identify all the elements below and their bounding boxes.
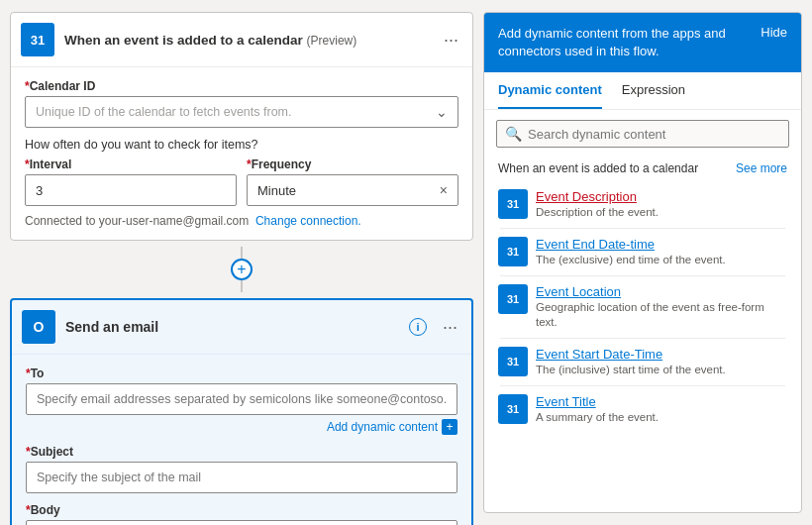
main-container: 31 When an event is added to a calendar … — [0, 0, 812, 525]
action-menu-button[interactable]: ··· — [443, 317, 457, 338]
calendar-id-label: *Calendar ID — [25, 79, 458, 93]
item-desc-3: The (inclusive) start time of the event. — [536, 363, 787, 377]
preview-label: (Preview) — [307, 34, 357, 48]
trigger-title: When an event is added to a calendar (Pr… — [64, 33, 428, 48]
item-desc-1: The (exclusive) end time of the event. — [536, 253, 787, 267]
trigger-connected-text: Connected to your-user-name@gmail.com Ch… — [25, 214, 458, 228]
item-name-2[interactable]: Event Location — [536, 284, 787, 299]
action-card: O Send an email i ··· *To Add dynamic co… — [10, 298, 473, 525]
interval-col: *Interval 3 — [25, 158, 237, 206]
action-body: *To Add dynamic content + *Subject *Body — [12, 355, 471, 525]
calendar-id-placeholder: Unique ID of the calendar to fetch event… — [36, 105, 291, 119]
dynamic-items-list: 31 Event Description Description of the … — [484, 181, 801, 512]
hide-button[interactable]: Hide — [761, 25, 787, 40]
frequency-question: How often do you want to check for items… — [25, 138, 458, 152]
item-text-0: Event Description Description of the eve… — [536, 189, 787, 220]
right-panel: Add dynamic content from the apps and co… — [483, 12, 802, 513]
right-header-text: Add dynamic content from the apps and co… — [498, 25, 751, 60]
item-calendar-icon-0: 31 — [498, 189, 528, 219]
connector-area: + — [10, 247, 473, 292]
add-dynamic-row: Add dynamic content + — [26, 419, 457, 435]
item-text-2: Event Location Geographic location of th… — [536, 284, 787, 330]
trigger-header: 31 When an event is added to a calendar … — [11, 13, 472, 67]
subject-label: *Subject — [26, 445, 457, 459]
trigger-card: 31 When an event is added to a calendar … — [10, 12, 473, 241]
frequency-col: *Frequency Minute × — [247, 158, 458, 206]
item-desc-2: Geographic location of the event as free… — [536, 300, 787, 330]
search-input[interactable] — [528, 127, 780, 142]
body-label: *Body — [26, 503, 457, 517]
left-panel: 31 When an event is added to a calendar … — [10, 12, 473, 513]
add-dynamic-button[interactable]: Add dynamic content + — [327, 419, 457, 435]
connector-line-top — [241, 247, 243, 259]
section-header: When an event is added to a calendar See… — [484, 158, 801, 181]
item-calendar-icon-3: 31 — [498, 347, 528, 376]
add-dynamic-icon: + — [442, 419, 457, 435]
item-text-4: Event Title A summary of the event. — [536, 394, 787, 425]
add-step-button[interactable]: + — [231, 259, 253, 280]
trigger-menu-button[interactable]: ··· — [444, 30, 458, 51]
right-panel-header: Add dynamic content from the apps and co… — [484, 13, 801, 72]
action-header: O Send an email i ··· — [12, 300, 471, 355]
item-name-3[interactable]: Event Start Date-Time — [536, 347, 787, 362]
list-item[interactable]: 31 Event Title A summary of the event. — [492, 386, 793, 433]
item-calendar-icon-1: 31 — [498, 237, 528, 266]
interval-input[interactable]: 3 — [25, 174, 237, 206]
tab-expression[interactable]: Expression — [622, 72, 685, 109]
calendar-id-input[interactable]: Unique ID of the calendar to fetch event… — [25, 96, 458, 128]
frequency-clear-icon[interactable]: × — [440, 182, 448, 198]
item-desc-4: A summary of the event. — [536, 410, 787, 425]
action-title: Send an email — [65, 319, 399, 335]
to-label: *To — [26, 367, 457, 380]
search-box[interactable]: 🔍 — [496, 120, 789, 148]
interval-label: *Interval — [25, 158, 237, 171]
item-name-0[interactable]: Event Description — [536, 189, 787, 204]
item-calendar-icon-2: 31 — [498, 284, 528, 314]
item-calendar-icon-4: 31 — [498, 394, 528, 424]
action-email-icon: O — [22, 310, 55, 344]
list-item[interactable]: 31 Event End Date-time The (exclusive) e… — [492, 229, 793, 275]
tabs-row: Dynamic content Expression — [484, 72, 801, 110]
item-name-1[interactable]: Event End Date-time — [536, 237, 787, 252]
search-icon: 🔍 — [505, 126, 522, 142]
calendar-id-chevron[interactable]: ⌄ — [436, 104, 448, 120]
connector-line-bottom — [241, 280, 243, 292]
item-desc-0: Description of the event. — [536, 205, 787, 220]
subject-input[interactable] — [26, 462, 457, 493]
list-item[interactable]: 31 Event Location Geographic location of… — [492, 276, 793, 338]
tab-dynamic-content[interactable]: Dynamic content — [498, 72, 602, 109]
trigger-change-connection[interactable]: Change connection. — [255, 214, 361, 228]
trigger-body: *Calendar ID Unique ID of the calendar t… — [11, 67, 472, 240]
action-info-button[interactable]: i — [409, 318, 427, 336]
item-text-1: Event End Date-time The (exclusive) end … — [536, 237, 787, 267]
trigger-calendar-icon: 31 — [21, 23, 54, 56]
list-item[interactable]: 31 Event Start Date-Time The (inclusive)… — [492, 339, 793, 385]
frequency-input[interactable]: Minute × — [247, 174, 458, 206]
frequency-label: *Frequency — [247, 158, 458, 171]
item-text-3: Event Start Date-Time The (inclusive) st… — [536, 347, 787, 377]
section-title: When an event is added to a calendar — [498, 161, 698, 175]
see-more-button[interactable]: See more — [736, 161, 787, 175]
frequency-row: *Interval 3 *Frequency Minute × — [25, 158, 458, 206]
item-name-4[interactable]: Event Title — [536, 394, 787, 409]
body-input[interactable] — [26, 520, 457, 525]
to-input[interactable] — [26, 383, 457, 415]
list-item[interactable]: 31 Event Description Description of the … — [492, 181, 793, 228]
